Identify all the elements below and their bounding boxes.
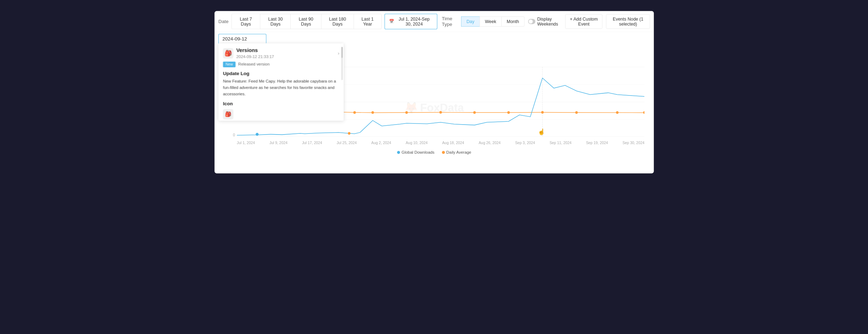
time-type-label: Time Type bbox=[442, 16, 459, 27]
legend-label-global: Global Downloads bbox=[401, 150, 434, 155]
legend-daily-average: Daily Average bbox=[442, 150, 471, 155]
time-type-day[interactable]: Day bbox=[461, 16, 480, 26]
popup-icon-title: Icon bbox=[223, 101, 339, 106]
popup-date: 2024-09-12 21:33:17 bbox=[236, 54, 335, 59]
x-label-0: Jul 1, 2024 bbox=[237, 141, 255, 145]
time-type-month[interactable]: Month bbox=[501, 16, 524, 26]
chart-dot-orange-11 bbox=[575, 111, 578, 114]
x-label-5: Aug 10, 2024 bbox=[405, 141, 427, 145]
date-range-button[interactable]: 📅 Jul 1, 2024-Sep 30, 2024 bbox=[384, 13, 437, 29]
x-label-9: Sep 11, 2024 bbox=[549, 141, 571, 145]
popup-update-log-title: Update Log bbox=[223, 71, 339, 76]
legend-label-daily: Daily Average bbox=[446, 150, 471, 155]
legend-global-downloads: Global Downloads bbox=[397, 150, 434, 155]
x-label-8: Sep 3, 2024 bbox=[515, 141, 535, 145]
popup-badge-row: New Released version bbox=[223, 62, 339, 67]
date-label: Date bbox=[218, 18, 229, 24]
chart-dot-orange-13 bbox=[643, 111, 644, 114]
main-container: Date Last 7 Days Last 30 Days Last 90 Da… bbox=[214, 11, 654, 174]
popup-update-text: New Feature: Feed Me Capy. Help the ador… bbox=[223, 78, 339, 97]
x-label-6: Aug 18, 2024 bbox=[442, 141, 464, 145]
chart-dot-orange-8 bbox=[473, 111, 476, 114]
cursor-pointer-icon: ☝ bbox=[537, 128, 545, 135]
x-label-4: Aug 2, 2024 bbox=[371, 141, 391, 145]
weekends-toggle-group: Display Weekends bbox=[528, 16, 565, 27]
popup-scrollbar-thumb[interactable] bbox=[341, 47, 342, 58]
x-label-1: Jul 9, 2024 bbox=[269, 141, 287, 145]
popup-app-icon: 🎒 bbox=[223, 48, 233, 59]
popup-title-group: Versions 2024-09-12 21:33:17 bbox=[236, 48, 335, 59]
tab-180days[interactable]: Last 180 Days bbox=[321, 14, 353, 29]
popup-title: Versions bbox=[236, 48, 335, 54]
legend-dot-blue bbox=[397, 151, 400, 154]
popup-arrow-icon[interactable]: › bbox=[338, 51, 339, 56]
chart-legend: Global Downloads Daily Average bbox=[220, 150, 648, 155]
popup-small-icon: 🎒 bbox=[223, 109, 233, 119]
chart-dot-orange-7 bbox=[439, 111, 442, 113]
add-custom-event-button[interactable]: + Add Custom Event bbox=[565, 14, 602, 29]
chart-dot-orange-3 bbox=[348, 132, 350, 135]
x-axis-labels: Jul 1, 2024 Jul 9, 2024 Jul 17, 2024 Jul… bbox=[237, 138, 644, 148]
date-range-text: Jul 1, 2024-Sep 30, 2024 bbox=[395, 16, 432, 27]
weekends-toggle-switch[interactable] bbox=[528, 19, 535, 24]
x-label-2: Jul 17, 2024 bbox=[302, 141, 322, 145]
top-toolbar: Date Last 7 Days Last 30 Days Last 90 Da… bbox=[214, 11, 654, 32]
chart-dot-orange-5 bbox=[371, 111, 374, 114]
calendar-icon: 📅 bbox=[389, 19, 394, 24]
time-type-week[interactable]: Week bbox=[479, 16, 501, 26]
chart-dot-blue bbox=[256, 133, 258, 136]
date-input[interactable] bbox=[218, 34, 266, 44]
toolbar-right: + Add Custom Event Events Node (1 select… bbox=[565, 14, 650, 29]
popup-new-badge: New bbox=[223, 62, 235, 67]
x-label-10: Sep 19, 2024 bbox=[586, 141, 608, 145]
tab-1year[interactable]: Last 1 Year bbox=[354, 14, 382, 29]
tab-7days[interactable]: Last 7 Days bbox=[231, 14, 260, 29]
event-popup: 🎒 Versions 2024-09-12 21:33:17 › New Rel… bbox=[218, 43, 344, 120]
chart-dot-orange-10 bbox=[541, 111, 544, 113]
tab-90days[interactable]: Last 90 Days bbox=[290, 14, 321, 29]
chart-dot-orange-4 bbox=[353, 111, 356, 114]
y-label-0: 0 bbox=[233, 133, 235, 137]
x-label-3: Jul 25, 2024 bbox=[337, 141, 357, 145]
sub-toolbar: 🎒 Versions 2024-09-12 21:33:17 › New Rel… bbox=[214, 32, 654, 46]
events-node-button[interactable]: Events Node (1 selected) bbox=[606, 14, 650, 29]
x-label-7: Aug 26, 2024 bbox=[479, 141, 501, 145]
popup-released-text: Released version bbox=[238, 62, 269, 67]
popup-scrollbar[interactable] bbox=[341, 47, 342, 80]
weekends-label: Display Weekends bbox=[537, 16, 565, 27]
chart-dot-orange-9 bbox=[507, 111, 509, 114]
popup-header: 🎒 Versions 2024-09-12 21:33:17 › bbox=[223, 48, 339, 59]
chart-dot-orange-12 bbox=[616, 111, 618, 114]
tab-30days[interactable]: Last 30 Days bbox=[260, 14, 290, 29]
x-label-11: Sep 30, 2024 bbox=[622, 141, 644, 145]
legend-dot-orange bbox=[442, 151, 444, 154]
chart-dot-orange-6 bbox=[405, 111, 408, 114]
